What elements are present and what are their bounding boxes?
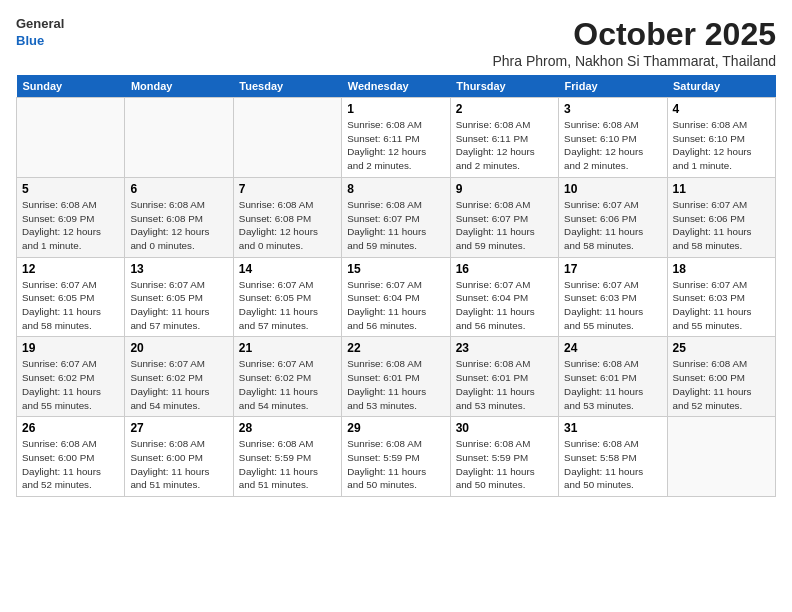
logo-container: General Blue bbox=[16, 16, 64, 50]
calendar-cell: 7Sunrise: 6:08 AM Sunset: 6:08 PM Daylig… bbox=[233, 177, 341, 257]
calendar-cell: 13Sunrise: 6:07 AM Sunset: 6:05 PM Dayli… bbox=[125, 257, 233, 337]
day-number: 14 bbox=[239, 262, 336, 276]
calendar-cell: 3Sunrise: 6:08 AM Sunset: 6:10 PM Daylig… bbox=[559, 98, 667, 178]
calendar-cell: 18Sunrise: 6:07 AM Sunset: 6:03 PM Dayli… bbox=[667, 257, 775, 337]
calendar-week-5: 26Sunrise: 6:08 AM Sunset: 6:00 PM Dayli… bbox=[17, 417, 776, 497]
day-info: Sunrise: 6:08 AM Sunset: 6:08 PM Dayligh… bbox=[130, 198, 227, 253]
calendar-table: SundayMondayTuesdayWednesdayThursdayFrid… bbox=[16, 75, 776, 497]
calendar-cell: 22Sunrise: 6:08 AM Sunset: 6:01 PM Dayli… bbox=[342, 337, 450, 417]
day-number: 3 bbox=[564, 102, 661, 116]
day-number: 5 bbox=[22, 182, 119, 196]
calendar-cell: 20Sunrise: 6:07 AM Sunset: 6:02 PM Dayli… bbox=[125, 337, 233, 417]
day-number: 12 bbox=[22, 262, 119, 276]
day-number: 23 bbox=[456, 341, 553, 355]
day-info: Sunrise: 6:07 AM Sunset: 6:05 PM Dayligh… bbox=[130, 278, 227, 333]
day-number: 15 bbox=[347, 262, 444, 276]
day-info: Sunrise: 6:08 AM Sunset: 6:01 PM Dayligh… bbox=[564, 357, 661, 412]
calendar-cell: 23Sunrise: 6:08 AM Sunset: 6:01 PM Dayli… bbox=[450, 337, 558, 417]
calendar-cell: 31Sunrise: 6:08 AM Sunset: 5:58 PM Dayli… bbox=[559, 417, 667, 497]
day-info: Sunrise: 6:07 AM Sunset: 6:05 PM Dayligh… bbox=[22, 278, 119, 333]
day-info: Sunrise: 6:07 AM Sunset: 6:06 PM Dayligh… bbox=[673, 198, 770, 253]
day-number: 25 bbox=[673, 341, 770, 355]
calendar-cell: 1Sunrise: 6:08 AM Sunset: 6:11 PM Daylig… bbox=[342, 98, 450, 178]
day-header-thursday: Thursday bbox=[450, 75, 558, 98]
logo-blue: Blue bbox=[16, 33, 64, 50]
calendar-cell: 21Sunrise: 6:07 AM Sunset: 6:02 PM Dayli… bbox=[233, 337, 341, 417]
day-info: Sunrise: 6:08 AM Sunset: 5:58 PM Dayligh… bbox=[564, 437, 661, 492]
page-header: General Blue October 2025 Phra Phrom, Na… bbox=[16, 16, 776, 69]
day-number: 29 bbox=[347, 421, 444, 435]
day-number: 30 bbox=[456, 421, 553, 435]
calendar-cell: 29Sunrise: 6:08 AM Sunset: 5:59 PM Dayli… bbox=[342, 417, 450, 497]
day-number: 4 bbox=[673, 102, 770, 116]
day-number: 18 bbox=[673, 262, 770, 276]
day-info: Sunrise: 6:08 AM Sunset: 6:11 PM Dayligh… bbox=[456, 118, 553, 173]
day-number: 26 bbox=[22, 421, 119, 435]
calendar-cell: 8Sunrise: 6:08 AM Sunset: 6:07 PM Daylig… bbox=[342, 177, 450, 257]
logo-general: General bbox=[16, 16, 64, 33]
day-info: Sunrise: 6:08 AM Sunset: 6:01 PM Dayligh… bbox=[456, 357, 553, 412]
day-number: 13 bbox=[130, 262, 227, 276]
day-number: 2 bbox=[456, 102, 553, 116]
logo: General Blue bbox=[16, 16, 64, 50]
calendar-cell: 11Sunrise: 6:07 AM Sunset: 6:06 PM Dayli… bbox=[667, 177, 775, 257]
day-number: 17 bbox=[564, 262, 661, 276]
day-info: Sunrise: 6:07 AM Sunset: 6:02 PM Dayligh… bbox=[239, 357, 336, 412]
day-number: 7 bbox=[239, 182, 336, 196]
day-header-wednesday: Wednesday bbox=[342, 75, 450, 98]
day-info: Sunrise: 6:08 AM Sunset: 6:10 PM Dayligh… bbox=[673, 118, 770, 173]
title-block: October 2025 Phra Phrom, Nakhon Si Thamm… bbox=[492, 16, 776, 69]
day-number: 1 bbox=[347, 102, 444, 116]
day-info: Sunrise: 6:07 AM Sunset: 6:02 PM Dayligh… bbox=[130, 357, 227, 412]
day-header-saturday: Saturday bbox=[667, 75, 775, 98]
day-info: Sunrise: 6:07 AM Sunset: 6:04 PM Dayligh… bbox=[456, 278, 553, 333]
calendar-cell bbox=[17, 98, 125, 178]
day-header-tuesday: Tuesday bbox=[233, 75, 341, 98]
day-info: Sunrise: 6:07 AM Sunset: 6:02 PM Dayligh… bbox=[22, 357, 119, 412]
day-info: Sunrise: 6:08 AM Sunset: 6:00 PM Dayligh… bbox=[673, 357, 770, 412]
page-title: October 2025 bbox=[492, 16, 776, 53]
day-number: 21 bbox=[239, 341, 336, 355]
day-info: Sunrise: 6:08 AM Sunset: 6:00 PM Dayligh… bbox=[22, 437, 119, 492]
calendar-cell: 15Sunrise: 6:07 AM Sunset: 6:04 PM Dayli… bbox=[342, 257, 450, 337]
day-info: Sunrise: 6:07 AM Sunset: 6:04 PM Dayligh… bbox=[347, 278, 444, 333]
day-info: Sunrise: 6:08 AM Sunset: 5:59 PM Dayligh… bbox=[239, 437, 336, 492]
day-info: Sunrise: 6:08 AM Sunset: 5:59 PM Dayligh… bbox=[456, 437, 553, 492]
day-number: 22 bbox=[347, 341, 444, 355]
calendar-cell bbox=[233, 98, 341, 178]
calendar-cell: 4Sunrise: 6:08 AM Sunset: 6:10 PM Daylig… bbox=[667, 98, 775, 178]
day-info: Sunrise: 6:08 AM Sunset: 6:01 PM Dayligh… bbox=[347, 357, 444, 412]
calendar-header-row: SundayMondayTuesdayWednesdayThursdayFrid… bbox=[17, 75, 776, 98]
day-number: 6 bbox=[130, 182, 227, 196]
day-header-monday: Monday bbox=[125, 75, 233, 98]
calendar-cell: 30Sunrise: 6:08 AM Sunset: 5:59 PM Dayli… bbox=[450, 417, 558, 497]
page-subtitle: Phra Phrom, Nakhon Si Thammarat, Thailan… bbox=[492, 53, 776, 69]
day-info: Sunrise: 6:08 AM Sunset: 6:09 PM Dayligh… bbox=[22, 198, 119, 253]
day-number: 11 bbox=[673, 182, 770, 196]
calendar-cell: 27Sunrise: 6:08 AM Sunset: 6:00 PM Dayli… bbox=[125, 417, 233, 497]
day-header-friday: Friday bbox=[559, 75, 667, 98]
day-info: Sunrise: 6:08 AM Sunset: 6:07 PM Dayligh… bbox=[456, 198, 553, 253]
calendar-cell: 19Sunrise: 6:07 AM Sunset: 6:02 PM Dayli… bbox=[17, 337, 125, 417]
calendar-week-4: 19Sunrise: 6:07 AM Sunset: 6:02 PM Dayli… bbox=[17, 337, 776, 417]
day-info: Sunrise: 6:08 AM Sunset: 6:08 PM Dayligh… bbox=[239, 198, 336, 253]
day-info: Sunrise: 6:07 AM Sunset: 6:05 PM Dayligh… bbox=[239, 278, 336, 333]
day-number: 28 bbox=[239, 421, 336, 435]
calendar-cell: 5Sunrise: 6:08 AM Sunset: 6:09 PM Daylig… bbox=[17, 177, 125, 257]
day-number: 16 bbox=[456, 262, 553, 276]
day-number: 8 bbox=[347, 182, 444, 196]
day-info: Sunrise: 6:08 AM Sunset: 6:07 PM Dayligh… bbox=[347, 198, 444, 253]
day-number: 20 bbox=[130, 341, 227, 355]
calendar-cell: 9Sunrise: 6:08 AM Sunset: 6:07 PM Daylig… bbox=[450, 177, 558, 257]
calendar-body: 1Sunrise: 6:08 AM Sunset: 6:11 PM Daylig… bbox=[17, 98, 776, 497]
day-info: Sunrise: 6:08 AM Sunset: 6:00 PM Dayligh… bbox=[130, 437, 227, 492]
day-number: 19 bbox=[22, 341, 119, 355]
calendar-cell: 2Sunrise: 6:08 AM Sunset: 6:11 PM Daylig… bbox=[450, 98, 558, 178]
day-info: Sunrise: 6:08 AM Sunset: 6:10 PM Dayligh… bbox=[564, 118, 661, 173]
calendar-cell: 28Sunrise: 6:08 AM Sunset: 5:59 PM Dayli… bbox=[233, 417, 341, 497]
day-number: 24 bbox=[564, 341, 661, 355]
calendar-cell: 14Sunrise: 6:07 AM Sunset: 6:05 PM Dayli… bbox=[233, 257, 341, 337]
day-number: 10 bbox=[564, 182, 661, 196]
day-info: Sunrise: 6:08 AM Sunset: 6:11 PM Dayligh… bbox=[347, 118, 444, 173]
calendar-week-2: 5Sunrise: 6:08 AM Sunset: 6:09 PM Daylig… bbox=[17, 177, 776, 257]
